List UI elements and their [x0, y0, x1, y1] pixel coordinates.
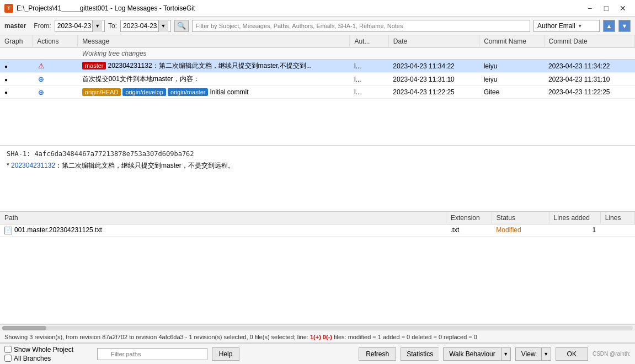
file-table-header: Path Extension Status Lines added Lines [0, 212, 635, 224]
minimize-button[interactable]: − [582, 2, 597, 14]
statistics-split-button: Statistics [401, 347, 439, 361]
author-email-select[interactable]: Author Email ▼ [533, 20, 600, 32]
log-message-text: 首次提交001文件到本地master，内容： [82, 75, 200, 83]
refresh-button[interactable]: Refresh [359, 347, 396, 361]
view-dropdown[interactable]: ▼ [541, 347, 551, 361]
col-header-date: Date [388, 35, 479, 48]
file-table-body: 📄001.master.202304231125.txt.txtModified… [0, 224, 635, 237]
author-email-label: Author Email [537, 22, 575, 30]
log-action-cell: ⊕ [33, 86, 78, 99]
log-graph-cell: ● [0, 60, 33, 73]
file-icon: 📄 [4, 227, 12, 234]
file-status-cell: Modified [492, 224, 549, 237]
file-path-text: 001.master.202304231125.txt [14, 226, 102, 234]
badge-master: master [82, 62, 106, 69]
toolbar: master From: 2023-04-23 ▼ To: 2023-04-23… [0, 17, 635, 35]
log-graph-cell: ● [0, 86, 33, 99]
wt-message: Working tree changes [78, 48, 635, 60]
col-header-actions: Actions [33, 35, 78, 48]
nav-up-button[interactable]: ▲ [603, 20, 615, 32]
close-button[interactable]: ✕ [615, 2, 631, 14]
show-whole-project-label[interactable]: Show Whole Project [14, 346, 73, 354]
statistics-button[interactable]: Statistics [401, 347, 439, 361]
title-bar: T E:\_Projects\41_____gittest001 - Log M… [0, 0, 635, 17]
all-branches-checkbox[interactable] [4, 355, 12, 362]
log-message-cell: origin/HEADorigin/developorigin/masterIn… [78, 86, 350, 99]
view-split-button: View ▼ [515, 347, 551, 361]
log-author-cell: l... [350, 86, 388, 99]
log-message-text: Initial commit [210, 88, 248, 96]
log-commitdate-cell: 2023-04-23 11:22:25 [544, 86, 634, 99]
file-lines-added-cell: 1 [549, 224, 600, 237]
log-table-container: Graph Actions Message Aut... Date Commit… [0, 35, 635, 146]
col-header-path: Path [0, 212, 446, 224]
detail-panel: SHA-1: 4afc6da3484467a77213878e753a307d6… [0, 146, 635, 212]
log-commitname-cell: leiyu [479, 73, 544, 86]
from-date-value: 2023-04-23 [57, 22, 91, 30]
log-commitname-cell: Gitee [479, 86, 544, 99]
log-action-cell: ⊕ [33, 73, 78, 86]
walk-behaviour-dropdown[interactable]: ▼ [501, 347, 511, 361]
col-header-status: Status [492, 212, 549, 224]
badge-origin-master: origin/master [168, 88, 209, 96]
window-title: E:\_Projects\41_____gittest001 - Log Mes… [17, 4, 582, 12]
maximize-button[interactable]: □ [599, 2, 614, 14]
all-branches-row: All Branches [4, 355, 93, 362]
log-commitdate-cell: 2023-04-23 11:31:10 [544, 73, 634, 86]
nav-down-button[interactable]: ▼ [618, 20, 631, 32]
log-table: Graph Actions Message Aut... Date Commit… [0, 35, 635, 99]
file-lines-cell [600, 224, 634, 237]
log-date-cell: 2023-04-23 11:34:22 [388, 60, 479, 73]
error-icon: ⚠ [37, 62, 46, 71]
to-date-dropdown[interactable]: ▼ [158, 20, 168, 32]
walk-behaviour-button[interactable]: Walk Behaviour [443, 347, 501, 361]
log-date-cell: 2023-04-23 11:22:25 [388, 86, 479, 99]
file-ext-cell: .txt [446, 224, 492, 237]
commit-hash-link[interactable]: 202304231132 [11, 162, 55, 169]
col-header-message: Message [78, 35, 350, 48]
col-header-lines-added: Lines added [549, 212, 600, 224]
app-icon: T [4, 4, 13, 13]
view-button[interactable]: View [515, 347, 541, 361]
table-row[interactable]: ●⊕origin/HEADorigin/developorigin/master… [0, 86, 635, 99]
filter-input[interactable] [192, 20, 531, 32]
badge-origin-develop: origin/develop [122, 88, 166, 96]
log-graph-cell: ● [0, 73, 33, 86]
table-row[interactable]: ●⚠master202304231132：第二次编辑此文档，继续只提交到mast… [0, 60, 635, 73]
file-table-row[interactable]: 📄001.master.202304231125.txt.txtModified… [0, 224, 635, 237]
author-email-dropdown-icon: ▼ [578, 23, 583, 29]
log-table-body: ●⚠master202304231132：第二次编辑此文档，继续只提交到mast… [0, 60, 635, 99]
from-date-dropdown[interactable]: ▼ [92, 20, 102, 32]
search-button[interactable]: 🔍 [174, 20, 189, 32]
file-path-cell: 📄001.master.202304231125.txt [0, 224, 446, 237]
show-whole-project-checkbox[interactable] [4, 346, 12, 353]
commit-message: * 202304231132：第二次编辑此文档，继续只提交到master，不提交… [7, 161, 628, 170]
to-label: To: [108, 22, 117, 30]
all-branches-label[interactable]: All Branches [14, 355, 51, 362]
add-icon: ⊕ [37, 75, 46, 84]
log-commitname-cell: leiyu [479, 60, 544, 73]
add-icon: ⊕ [37, 88, 46, 97]
walk-behaviour-split-button: Walk Behaviour ▼ [443, 347, 511, 361]
log-table-header: Graph Actions Message Aut... Date Commit… [0, 35, 635, 48]
table-row[interactable]: ●⊕首次提交001文件到本地master，内容：l...2023-04-23 1… [0, 73, 635, 86]
from-date-input[interactable]: 2023-04-23 ▼ [55, 20, 105, 32]
col-header-lines: Lines [600, 212, 634, 224]
ok-button[interactable]: OK [556, 347, 588, 361]
col-header-extension: Extension [446, 212, 492, 224]
show-whole-project-row: Show Whole Project [4, 346, 93, 354]
help-button[interactable]: Help [212, 347, 240, 361]
commit-message-text: ：第二次编辑此文档，继续只提交到master，不提交到远程。 [55, 162, 234, 169]
col-header-author: Aut... [350, 35, 388, 48]
bottom-left-options: Show Whole Project All Branches [4, 346, 93, 362]
status-bar: Showing 3 revision(s), from revision 87a… [0, 331, 635, 343]
filter-paths-input[interactable] [97, 348, 207, 360]
wt-graph [0, 48, 33, 60]
log-author-cell: l... [350, 73, 388, 86]
log-author-cell: l... [350, 60, 388, 73]
to-date-value: 2023-04-23 [123, 22, 157, 30]
log-commitdate-cell: 2023-04-23 11:34:22 [544, 60, 634, 73]
log-action-cell: ⚠ [33, 60, 78, 73]
col-header-commitname: Commit Name [479, 35, 544, 48]
to-date-input[interactable]: 2023-04-23 ▼ [120, 20, 170, 32]
